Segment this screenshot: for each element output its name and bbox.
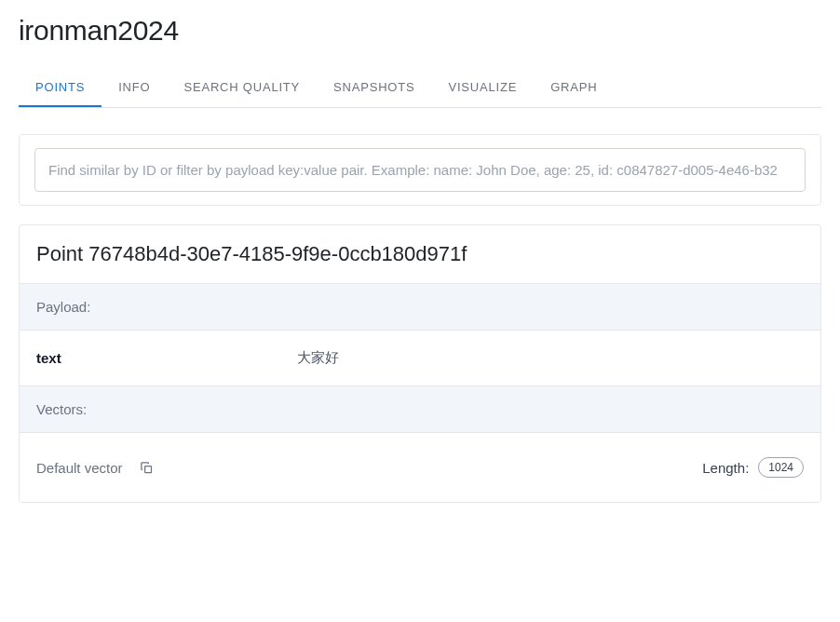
svg-rect-0	[145, 466, 152, 472]
payload-section-label: Payload:	[20, 284, 820, 331]
tab-search-quality[interactable]: SEARCH QUALITY	[167, 69, 317, 107]
tab-info[interactable]: INFO	[102, 69, 167, 107]
payload-value: 大家好	[297, 349, 339, 367]
page-title: ironman2024	[19, 15, 821, 47]
tab-points[interactable]: POINTS	[19, 69, 102, 107]
payload-key: text	[36, 350, 297, 366]
search-card	[19, 134, 821, 206]
vector-length-label: Length:	[702, 460, 749, 476]
vectors-row: Default vector Length: 1024	[20, 433, 820, 502]
vector-length-badge: 1024	[758, 457, 804, 478]
tab-visualize[interactable]: VISUALIZE	[431, 69, 534, 107]
search-input[interactable]	[34, 148, 806, 192]
payload-row: text 大家好	[20, 331, 820, 386]
tab-snapshots[interactable]: SNAPSHOTS	[317, 69, 431, 107]
vectors-section-label: Vectors:	[20, 386, 820, 433]
point-card: Point 76748b4d-30e7-4185-9f9e-0ccb180d97…	[19, 224, 821, 503]
tabs: POINTS INFO SEARCH QUALITY SNAPSHOTS VIS…	[19, 69, 821, 108]
vector-name: Default vector	[36, 460, 123, 476]
copy-icon[interactable]	[140, 460, 155, 475]
tab-graph[interactable]: GRAPH	[534, 69, 614, 107]
point-header: Point 76748b4d-30e7-4185-9f9e-0ccb180d97…	[20, 225, 820, 284]
